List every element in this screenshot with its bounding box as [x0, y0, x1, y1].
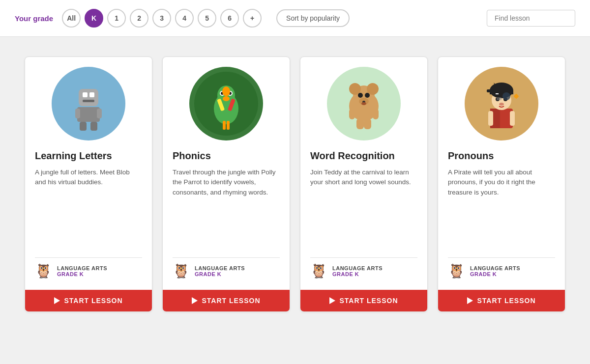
svg-rect-33 [356, 118, 364, 129]
svg-rect-1 [79, 89, 98, 106]
svg-rect-50 [510, 111, 515, 126]
card-body: Word Recognition Join Teddy at the carni… [300, 57, 427, 290]
card-meta: 🦉 LANGUAGE ARTS GRADE K [448, 263, 555, 279]
card-title: Word Recognition [310, 150, 417, 162]
svg-rect-3 [89, 92, 94, 97]
card-description: Travel through the jungle with Polly the… [173, 168, 280, 251]
start-lesson-label: START LESSON [202, 297, 260, 305]
grade-buttons: AllK123456+ [62, 9, 262, 28]
grade-btn-5[interactable]: 5 [198, 9, 216, 28]
subject-label: LANGUAGE ARTS [332, 265, 383, 271]
subject-label: LANGUAGE ARTS [470, 265, 520, 271]
svg-point-51 [492, 97, 495, 100]
card-body: Phonics Travel through the jungle with P… [163, 57, 290, 290]
card-description: A jungle full of letters. Meet Blob and … [35, 168, 142, 251]
card-image [310, 67, 417, 140]
grade-btn-1[interactable]: 1 [107, 9, 126, 28]
card-divider [310, 257, 417, 258]
subject-icon: 🦉 [173, 263, 190, 279]
card-divider [35, 257, 142, 258]
svg-point-22 [222, 86, 230, 96]
lesson-card-1: Learning Letters A jungle full of letter… [25, 56, 152, 312]
meta-text: LANGUAGE ARTS GRADE K [195, 265, 245, 277]
card-body: Learning Letters A jungle full of letter… [25, 57, 152, 290]
grade-btn-6[interactable]: 6 [220, 9, 239, 28]
start-lesson-label: START LESSON [477, 297, 535, 305]
play-icon [329, 297, 335, 304]
card-image [35, 67, 142, 140]
svg-point-28 [358, 93, 363, 98]
card-meta: 🦉 LANGUAGE ARTS GRADE K [173, 263, 280, 279]
card-title: Phonics [173, 150, 280, 162]
start-lesson-label: START LESSON [339, 297, 398, 305]
start-lesson-button[interactable]: START LESSON [25, 290, 152, 311]
start-lesson-button[interactable]: START LESSON [300, 290, 427, 311]
card-image [173, 67, 280, 140]
play-icon [192, 297, 198, 304]
svg-rect-2 [83, 92, 88, 97]
svg-rect-36 [373, 109, 379, 119]
svg-rect-49 [488, 111, 493, 126]
svg-rect-9 [90, 122, 97, 131]
filter-bar: Your grade AllK123456+ Sort by popularit… [0, 0, 590, 37]
card-title: Pronouns [448, 150, 555, 162]
svg-rect-35 [349, 109, 355, 119]
card-meta: 🦉 LANGUAGE ARTS GRADE K [310, 263, 417, 279]
card-character-circle [52, 67, 125, 140]
grade-btn-+[interactable]: + [243, 9, 262, 28]
subject-icon: 🦉 [35, 263, 52, 279]
subject-icon: 🦉 [310, 263, 327, 279]
grade-btn-4[interactable]: 4 [175, 9, 194, 28]
subject-label: LANGUAGE ARTS [195, 265, 245, 271]
card-divider [448, 257, 555, 258]
card-image [448, 67, 555, 140]
grade-label: Your grade [15, 14, 53, 23]
card-character-circle [189, 67, 263, 140]
cards-area: Learning Letters A jungle full of letter… [0, 37, 590, 332]
svg-rect-34 [364, 118, 371, 129]
card-meta: 🦉 LANGUAGE ARTS GRADE K [35, 263, 142, 279]
svg-point-27 [367, 83, 379, 95]
grade-label: GRADE K [332, 271, 383, 277]
start-lesson-button[interactable]: START LESSON [438, 290, 565, 311]
play-icon [467, 297, 473, 304]
meta-text: LANGUAGE ARTS GRADE K [332, 265, 383, 277]
subject-label: LANGUAGE ARTS [57, 265, 107, 271]
start-lesson-label: START LESSON [64, 297, 122, 305]
svg-point-32 [361, 102, 366, 105]
svg-rect-8 [80, 122, 87, 131]
lesson-card-2: Phonics Travel through the jungle with P… [162, 56, 290, 312]
card-title: Learning Letters [35, 150, 142, 162]
grade-btn-3[interactable]: 3 [152, 9, 171, 28]
svg-point-29 [365, 93, 370, 98]
lesson-card-4: Pronouns A Pirate will tell you all abou… [438, 56, 565, 312]
svg-rect-44 [496, 93, 499, 94]
card-body: Pronouns A Pirate will tell you all abou… [438, 57, 565, 290]
svg-rect-21 [227, 121, 230, 130]
start-lesson-button[interactable]: START LESSON [163, 290, 290, 311]
lesson-card-3: Word Recognition Join Teddy at the carni… [300, 56, 428, 312]
svg-point-52 [502, 92, 510, 100]
svg-point-48 [499, 103, 504, 106]
find-lesson-input[interactable] [487, 10, 575, 27]
play-icon [54, 297, 60, 304]
svg-rect-43 [487, 89, 496, 92]
card-character-circle [327, 67, 401, 140]
svg-rect-7 [97, 109, 102, 118]
subject-icon: 🦉 [448, 263, 465, 279]
grade-label: GRADE K [57, 271, 107, 277]
grade-label: GRADE K [195, 271, 245, 277]
grade-btn-k[interactable]: K [85, 9, 103, 28]
svg-point-26 [349, 83, 361, 95]
meta-text: LANGUAGE ARTS GRADE K [470, 265, 520, 277]
card-character-circle [465, 67, 538, 140]
grade-btn-all[interactable]: All [62, 9, 81, 28]
card-divider [173, 257, 280, 258]
card-description: Join Teddy at the carnival to learn your… [310, 168, 417, 251]
svg-rect-5 [77, 107, 100, 122]
svg-point-17 [223, 96, 230, 101]
svg-rect-4 [83, 100, 94, 102]
sort-button[interactable]: Sort by popularity [276, 9, 350, 27]
grade-btn-2[interactable]: 2 [130, 9, 148, 28]
svg-rect-6 [75, 109, 80, 118]
